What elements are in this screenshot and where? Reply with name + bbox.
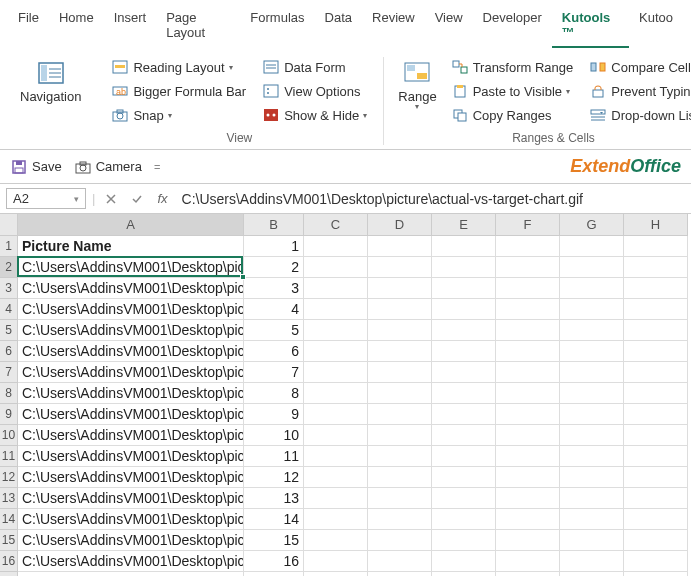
- cell[interactable]: [496, 572, 560, 576]
- row-header[interactable]: 6: [0, 341, 18, 362]
- select-all-corner[interactable]: [0, 214, 18, 236]
- cell[interactable]: [304, 509, 368, 530]
- cell[interactable]: C:\Users\AddinsVM001\Desktop\pic: [18, 341, 244, 362]
- cell[interactable]: [624, 446, 688, 467]
- cell[interactable]: 7: [244, 362, 304, 383]
- cell[interactable]: 2: [244, 257, 304, 278]
- column-header-A[interactable]: A: [18, 214, 244, 236]
- prevent-typing-button[interactable]: Prevent Typing▾: [585, 81, 691, 101]
- cell[interactable]: [368, 572, 432, 576]
- cell[interactable]: [560, 278, 624, 299]
- menu-tab-data[interactable]: Data: [315, 4, 362, 48]
- row-header[interactable]: 16: [0, 551, 18, 572]
- cell[interactable]: [560, 509, 624, 530]
- menu-tab-file[interactable]: File: [8, 4, 49, 48]
- cell[interactable]: C:\Users\AddinsVM001\Desktop\pic: [18, 530, 244, 551]
- cell[interactable]: [624, 467, 688, 488]
- cell[interactable]: [368, 341, 432, 362]
- cell[interactable]: [368, 551, 432, 572]
- cell[interactable]: [560, 530, 624, 551]
- menu-tab-view[interactable]: View: [425, 4, 473, 48]
- formula-input[interactable]: [178, 189, 685, 209]
- cell[interactable]: [560, 488, 624, 509]
- cell[interactable]: 4: [244, 299, 304, 320]
- cell[interactable]: [368, 425, 432, 446]
- cell[interactable]: [368, 362, 432, 383]
- cell[interactable]: [432, 299, 496, 320]
- row-header[interactable]: 7: [0, 362, 18, 383]
- cell[interactable]: [304, 488, 368, 509]
- cell[interactable]: C:\Users\AddinsVM001\Desktop\pic: [18, 362, 244, 383]
- cell[interactable]: [560, 341, 624, 362]
- cell[interactable]: [624, 341, 688, 362]
- cell[interactable]: [368, 299, 432, 320]
- cell[interactable]: [624, 530, 688, 551]
- menu-tab-insert[interactable]: Insert: [104, 4, 157, 48]
- cell[interactable]: [560, 320, 624, 341]
- cell[interactable]: [496, 509, 560, 530]
- cell[interactable]: 9: [244, 404, 304, 425]
- cell[interactable]: [624, 509, 688, 530]
- row-header[interactable]: 13: [0, 488, 18, 509]
- bigger-formula-bar-button[interactable]: abBigger Formula Bar: [107, 81, 250, 101]
- accept-formula-button[interactable]: [127, 191, 147, 207]
- cell[interactable]: 5: [244, 320, 304, 341]
- cell[interactable]: [432, 341, 496, 362]
- cell[interactable]: [624, 320, 688, 341]
- cell[interactable]: [560, 446, 624, 467]
- cell[interactable]: [560, 404, 624, 425]
- compare-cells-button[interactable]: Compare Cells: [585, 57, 691, 77]
- cell[interactable]: 12: [244, 467, 304, 488]
- cell[interactable]: [432, 530, 496, 551]
- cell[interactable]: [496, 320, 560, 341]
- cell[interactable]: [368, 320, 432, 341]
- column-header-H[interactable]: H: [624, 214, 688, 236]
- cell[interactable]: 16: [244, 551, 304, 572]
- cell[interactable]: [496, 404, 560, 425]
- fill-handle[interactable]: [240, 274, 246, 280]
- row-header[interactable]: 11: [0, 446, 18, 467]
- menu-tab-developer[interactable]: Developer: [473, 4, 552, 48]
- menu-tab-home[interactable]: Home: [49, 4, 104, 48]
- cell[interactable]: [560, 467, 624, 488]
- data-form-button[interactable]: Data Form: [258, 57, 371, 77]
- menu-tab-kutoo[interactable]: Kutoo: [629, 4, 683, 48]
- spreadsheet-grid[interactable]: ABCDEFGH 1Picture Name12C:\Users\AddinsV…: [0, 214, 691, 576]
- insert-function-button[interactable]: fx: [153, 189, 171, 208]
- cell[interactable]: [560, 257, 624, 278]
- cell[interactable]: [496, 341, 560, 362]
- cell[interactable]: [496, 278, 560, 299]
- cell[interactable]: 14: [244, 509, 304, 530]
- qat-customize-button[interactable]: =: [154, 161, 160, 173]
- cell[interactable]: [304, 383, 368, 404]
- cell[interactable]: C:\Users\AddinsVM001\Desktop\pic: [18, 299, 244, 320]
- cell[interactable]: 1: [244, 236, 304, 257]
- cell[interactable]: [368, 383, 432, 404]
- row-header[interactable]: 1: [0, 236, 18, 257]
- cell[interactable]: [304, 572, 368, 576]
- cell[interactable]: [624, 488, 688, 509]
- cell[interactable]: [304, 299, 368, 320]
- cell[interactable]: [624, 257, 688, 278]
- cell[interactable]: [304, 404, 368, 425]
- cell[interactable]: C:\Users\AddinsVM001\Desktop\pic: [18, 551, 244, 572]
- cell[interactable]: [496, 467, 560, 488]
- row-header[interactable]: 4: [0, 299, 18, 320]
- cell[interactable]: [304, 320, 368, 341]
- copy-ranges-button[interactable]: Copy Ranges: [447, 105, 578, 125]
- cell[interactable]: C:\Users\AddinsVM001\Desktop\pic: [18, 278, 244, 299]
- cancel-formula-button[interactable]: [101, 191, 121, 207]
- menu-tab-review[interactable]: Review: [362, 4, 425, 48]
- cell[interactable]: 10: [244, 425, 304, 446]
- cell[interactable]: C:\Users\AddinsVM001\Desktop\pic: [18, 572, 244, 576]
- cell[interactable]: [624, 362, 688, 383]
- cell[interactable]: [432, 257, 496, 278]
- cell[interactable]: C:\Users\AddinsVM001\Desktop\pic: [18, 425, 244, 446]
- row-header[interactable]: 3: [0, 278, 18, 299]
- transform-range-button[interactable]: Transform Range: [447, 57, 578, 77]
- cell[interactable]: [624, 404, 688, 425]
- cell[interactable]: 3: [244, 278, 304, 299]
- cell[interactable]: [624, 425, 688, 446]
- cell[interactable]: [368, 467, 432, 488]
- range-button[interactable]: Range ▾: [392, 57, 442, 113]
